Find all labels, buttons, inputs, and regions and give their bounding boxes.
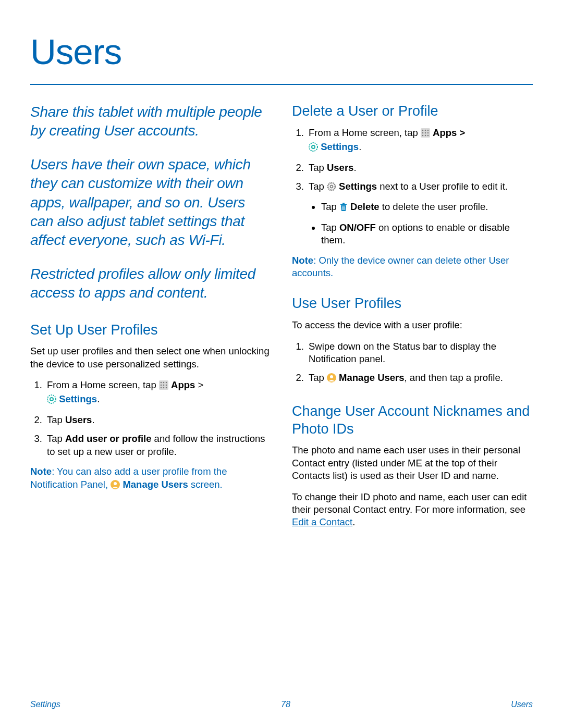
svg-point-3: [166, 382, 167, 384]
use-heading: Use User Profiles: [292, 295, 533, 313]
gear-icon: [327, 182, 336, 194]
svg-point-25: [312, 145, 315, 149]
svg-point-8: [163, 387, 165, 389]
svg-point-24: [309, 143, 317, 151]
edit-contact-link[interactable]: Edit a Contact: [292, 516, 352, 527]
svg-point-20: [427, 132, 429, 133]
page-title: Users: [30, 31, 533, 72]
svg-point-9: [166, 387, 167, 389]
intro-paragraph-1: Share this tablet with multiple people b…: [30, 103, 271, 141]
apps-grid-icon: [159, 380, 168, 393]
delete-substeps: Tap Delete to delete the user profile. T…: [309, 201, 533, 246]
left-column: Share this tablet with multiple people b…: [30, 103, 271, 537]
svg-point-18: [422, 132, 424, 133]
page-content: Users Share this tablet with multiple pe…: [0, 0, 563, 537]
intro-paragraph-2: Users have their own space, which they c…: [30, 155, 271, 250]
svg-point-16: [425, 129, 426, 131]
change-p2: To change their ID photo and name, each …: [292, 491, 533, 529]
delete-step-3: Tap Settings next to a User profile to e…: [307, 180, 533, 247]
svg-point-6: [166, 385, 167, 386]
svg-point-5: [163, 385, 165, 386]
title-rule: [30, 84, 533, 85]
svg-point-10: [47, 395, 56, 403]
delete-heading: Delete a User or Profile: [292, 103, 533, 120]
setup-note: Note: You can also add a user profile fr…: [30, 465, 271, 492]
use-step-2: Tap Manage Users, and then tap a profile…: [307, 372, 533, 386]
setup-step-2: Tap Users.: [45, 414, 271, 426]
setup-steps: From a Home screen, tap Apps > Settings.…: [30, 379, 271, 458]
intro-paragraph-3: Restricted profiles allow only limited a…: [30, 265, 271, 303]
settings-gear-icon: [47, 394, 56, 407]
delete-sub-1: Tap Delete to delete the user profile.: [321, 201, 533, 215]
use-step-1: Swipe down on the Status bar to display …: [307, 340, 533, 366]
delete-steps: From a Home screen, tap Apps > Settings.…: [292, 127, 533, 247]
use-steps: Swipe down on the Status bar to display …: [292, 340, 533, 386]
right-column: Delete a User or Profile From a Home scr…: [292, 103, 533, 537]
use-lead: To access the device with a user profile…: [292, 319, 533, 331]
page-footer: Settings 78 Users: [30, 700, 533, 709]
svg-point-1: [161, 382, 162, 384]
svg-point-11: [50, 398, 53, 401]
svg-point-13: [114, 482, 117, 485]
delete-note: Note: Only the device owner can delete o…: [292, 254, 533, 280]
delete-sub-2: Tap ON/OFF on options to enable or disab…: [321, 221, 533, 247]
user-avatar-icon: [111, 480, 120, 492]
svg-point-2: [163, 382, 165, 384]
svg-point-19: [425, 132, 426, 133]
change-heading: Change User Account Nicknames and Photo …: [292, 403, 533, 438]
svg-point-4: [161, 385, 162, 386]
svg-point-27: [330, 185, 333, 188]
footer-left: Settings: [30, 700, 60, 709]
svg-point-7: [161, 387, 162, 389]
setup-lead: Set up user profiles and then select one…: [30, 345, 271, 371]
delete-step-2: Tap Users.: [307, 162, 533, 174]
user-avatar-icon: [327, 373, 336, 386]
footer-right: Users: [511, 700, 533, 709]
svg-point-21: [422, 134, 424, 136]
footer-page-number: 78: [281, 700, 290, 709]
columns: Share this tablet with multiple people b…: [30, 103, 533, 537]
svg-point-22: [425, 134, 426, 136]
trash-icon: [339, 202, 348, 215]
delete-step-1: From a Home screen, tap Apps > Settings.: [307, 127, 533, 155]
setup-heading: Set Up User Profiles: [30, 322, 271, 339]
svg-point-15: [422, 129, 424, 131]
svg-point-26: [328, 183, 335, 190]
setup-step-1: From a Home screen, tap Apps > Settings.: [45, 379, 271, 408]
svg-point-34: [330, 375, 333, 378]
setup-step-3: Tap Add user or profile and follow the i…: [45, 433, 271, 458]
svg-point-23: [427, 134, 429, 136]
change-p1: The photo and name each user uses in the…: [292, 444, 533, 482]
svg-rect-29: [342, 203, 345, 204]
apps-grid-icon: [421, 128, 430, 141]
svg-rect-28: [340, 204, 347, 205]
svg-point-17: [427, 129, 429, 131]
settings-gear-icon: [309, 142, 318, 155]
